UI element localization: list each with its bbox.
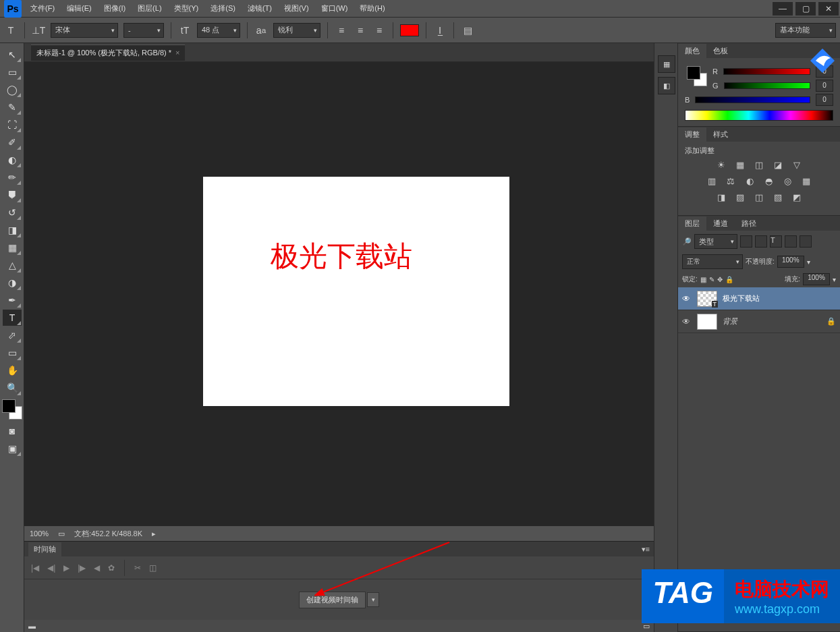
tl-first-frame-icon[interactable]: |◀ [31,563,39,573]
r-slider[interactable] [723,68,810,75]
layer-thumb[interactable] [697,291,717,307]
b-value[interactable]: 0 [816,94,833,106]
adj-levels-icon[interactable]: ▦ [734,160,746,172]
menu-help[interactable]: 帮助(H) [355,1,389,16]
panel-fg-color[interactable] [687,66,700,80]
menu-file[interactable]: 文件(F) [26,1,59,16]
gradient-tool[interactable]: ▦ [3,239,22,256]
filter-image-icon[interactable] [740,235,752,248]
type-tool[interactable]: T [3,310,22,326]
warp-text-icon[interactable]: I̲ [433,24,447,37]
adj-vibrance-icon[interactable]: ▽ [791,160,803,172]
layer-filter-select[interactable]: 类型 [694,234,737,249]
lock-pixels-icon[interactable]: ✎ [709,276,715,283]
heal-tool[interactable]: ◐ [3,152,22,168]
fill-input[interactable]: 100% [803,273,830,285]
canvas-area[interactable]: 极光下载站 [24,62,654,526]
menu-filter[interactable]: 滤镜(T) [243,1,277,16]
menu-view[interactable]: 视图(V) [279,1,314,16]
tl-audio-icon[interactable]: ◀ [94,563,100,573]
canvas[interactable]: 极光下载站 [203,177,509,406]
timeline-tab[interactable]: 时间轴 [28,542,61,556]
font-size-select[interactable]: 48 点 [197,23,240,38]
tl-split-icon[interactable]: ✂ [134,563,141,573]
menu-edit[interactable]: 编辑(E) [62,1,96,16]
foreground-background-swatch[interactable] [2,399,22,420]
close-tab-icon[interactable]: × [175,49,179,57]
adj-mixer-icon[interactable]: ◎ [781,176,793,188]
pen-tool[interactable]: ✒ [3,292,22,308]
opacity-input[interactable]: 100% [777,256,804,268]
paths-tab[interactable]: 路径 [735,217,763,231]
path-select-tool[interactable]: ⬀ [3,327,22,343]
menu-window[interactable]: 窗口(W) [316,1,353,16]
filter-smart-icon[interactable] [800,235,812,248]
layer-item[interactable]: 👁 背景 🔒 [678,310,840,333]
eyedropper-tool[interactable]: ✐ [3,134,22,150]
panel-menu-icon[interactable]: ▾≡ [642,545,650,554]
adjustments-tab[interactable]: 调整 [678,127,706,142]
quick-select-tool[interactable]: ✎ [3,99,22,115]
tool-preset-icon[interactable]: T [4,24,18,37]
text-color-swatch[interactable] [400,24,419,36]
menu-layer[interactable]: 图层(L) [133,1,166,16]
tl-zoom-out-icon[interactable]: ▬ [28,622,36,630]
foreground-color[interactable] [2,399,16,413]
adj-photo-filter-icon[interactable]: ◓ [762,176,775,188]
shape-tool[interactable]: ▭ [3,345,22,361]
lock-position-icon[interactable]: ✥ [717,276,723,283]
create-video-timeline-button[interactable]: 创建视频时间轴 [299,592,366,608]
lock-all-icon[interactable]: 🔒 [725,276,733,283]
color-tab[interactable]: 颜色 [678,44,706,58]
adj-brightness-icon[interactable]: ☀ [715,160,727,172]
adj-gradient-map-icon[interactable]: ▧ [772,192,784,204]
align-left-icon[interactable]: ≡ [335,24,348,37]
workspace-select[interactable]: 基本功能 [775,23,836,38]
layer-thumb[interactable] [697,314,717,330]
filter-icon[interactable]: 🔎 [682,237,692,246]
tl-prev-frame-icon[interactable]: ◀| [47,563,55,573]
quick-mask-icon[interactable]: ◙ [3,423,22,439]
doc-info-menu-icon[interactable]: ▸ [152,529,156,538]
eraser-tool[interactable]: ◨ [3,222,22,238]
filter-adj-icon[interactable] [755,235,767,248]
adj-hue-icon[interactable]: ▥ [706,176,718,188]
adj-bw-icon[interactable]: ◐ [744,176,756,188]
text-orientation-icon[interactable]: ⊥T [32,24,45,37]
font-style-select[interactable]: - [123,23,164,38]
blur-tool[interactable]: △ [3,257,22,273]
b-slider[interactable] [695,96,810,103]
adj-invert-icon[interactable]: ◨ [715,192,727,204]
tl-play-icon[interactable]: ▶ [63,563,69,573]
hand-tool[interactable]: ✋ [3,362,22,378]
g-slider[interactable] [724,82,810,89]
filter-shape-icon[interactable] [785,235,797,248]
doc-dimensions-icon[interactable]: ▭ [58,529,65,538]
adj-exposure-icon[interactable]: ◪ [772,160,784,172]
menu-select[interactable]: 选择(S) [206,1,240,16]
blend-mode-select[interactable]: 正常 [682,254,743,269]
document-tab[interactable]: 未标题-1 @ 100% (极光下载站, RGB/8) * × [31,45,185,61]
tl-settings-icon[interactable]: ✿ [108,563,115,573]
layer-name[interactable]: 极光下载站 [723,293,760,304]
crop-tool[interactable]: ⛶ [3,117,22,133]
channels-tab[interactable]: 通道 [706,217,735,231]
g-value[interactable]: 0 [816,80,833,92]
adj-selective-icon[interactable]: ◩ [791,192,803,204]
window-minimize-button[interactable]: — [773,2,793,16]
font-family-select[interactable]: 宋体 [51,23,118,38]
create-timeline-dropdown[interactable]: ▾ [367,592,379,607]
stamp-tool[interactable]: ⛊ [3,187,22,203]
lock-transparent-icon[interactable]: ▦ [700,276,706,283]
mini-panel-icon-2[interactable]: ◧ [658,77,675,94]
lasso-tool[interactable]: ◯ [3,82,22,98]
window-maximize-button[interactable]: ▢ [795,2,816,16]
align-right-icon[interactable]: ≡ [372,24,386,37]
adj-threshold-icon[interactable]: ◫ [753,192,765,204]
adj-posterize-icon[interactable]: ▨ [734,192,746,204]
zoom-tool[interactable]: 🔍 [3,380,22,396]
swatches-tab[interactable]: 色板 [706,44,735,58]
mini-panel-icon-1[interactable]: ▦ [658,55,675,73]
tl-next-frame-icon[interactable]: |▶ [78,563,86,573]
move-tool[interactable]: ↖ [3,47,22,63]
